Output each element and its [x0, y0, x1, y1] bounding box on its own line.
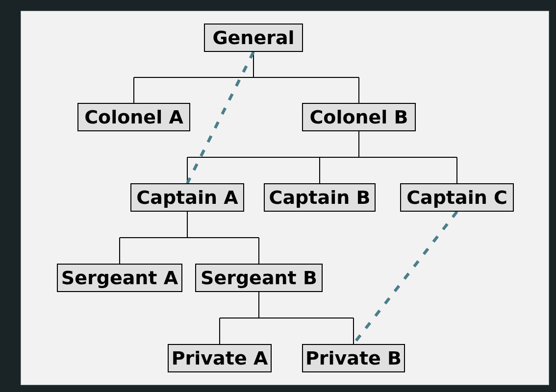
edge-captainA [120, 212, 259, 264]
node-private-a: Private A [168, 344, 272, 372]
node-general: General [204, 24, 303, 52]
node-sergeant-b: Sergeant B [195, 264, 323, 292]
node-private-b: Private B [302, 344, 405, 372]
edge-general [134, 52, 359, 103]
dashed-captainC-privateB [354, 212, 457, 344]
node-colonel-b: Colonel B [302, 103, 416, 131]
edge-sergeantB [220, 292, 354, 344]
node-colonel-a: Colonel A [77, 103, 190, 131]
node-captain-b: Captain B [264, 183, 376, 212]
node-captain-a: Captain A [130, 183, 244, 212]
node-captain-c: Captain C [400, 183, 514, 212]
diagram-canvas: General Colonel A Colonel B Captain A Ca… [21, 11, 549, 385]
node-sergeant-a: Sergeant A [57, 264, 182, 292]
dashed-general-captainA [187, 52, 253, 183]
edge-colonelB [187, 131, 457, 183]
